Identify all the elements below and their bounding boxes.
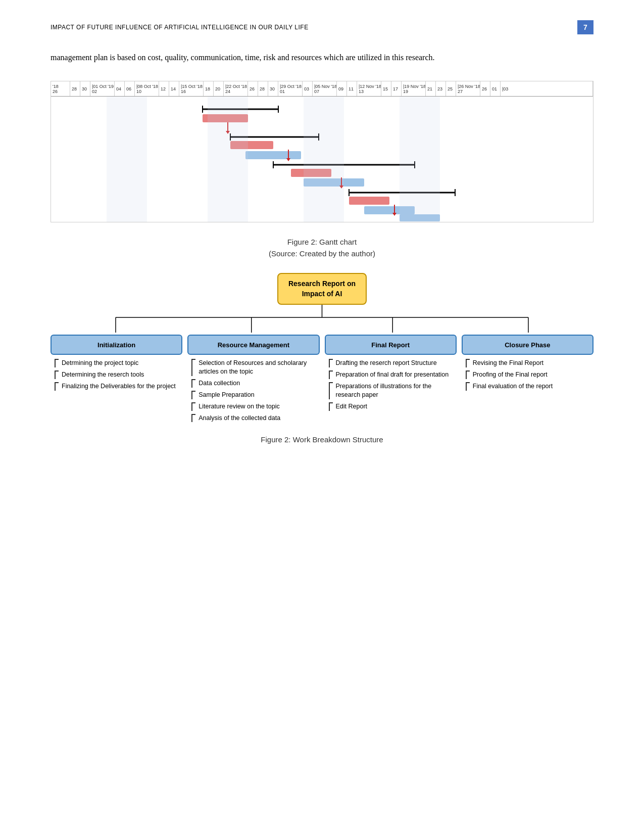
- wbs-col-initialization: Initialization Detrmining the project to…: [51, 335, 182, 394]
- gantt-col-3: 30: [80, 81, 90, 96]
- figure1-source: (Source: Created by the author): [51, 249, 593, 258]
- gantt-col-21: 11: [347, 81, 357, 96]
- wbs-header-resource: Resource Management: [187, 335, 319, 355]
- page: IMPACT OF FUTURE INFLUENCE OF ARTIFICIAL…: [0, 0, 644, 834]
- wbs-item-res-2: Data collection: [191, 379, 319, 388]
- gantt-col-26: 21: [426, 81, 436, 96]
- gantt-col-28: 25: [446, 81, 456, 96]
- gantt-band-4: [400, 97, 440, 222]
- gantt-col-30: 26: [480, 81, 490, 96]
- page-number: 7: [577, 20, 593, 34]
- gantt-col-18: 03: [303, 81, 313, 96]
- gantt-col-5: 04: [115, 81, 125, 96]
- gantt-col-25: |19 Nov '1819: [402, 81, 426, 96]
- svg-rect-10: [245, 151, 301, 159]
- wbs-item-res-5: Analysis of the collected data: [191, 414, 319, 423]
- wbs-items-initialization: Detrmining the project topic Determining…: [51, 359, 182, 394]
- wbs-items-final: Drafting the reserch report Structure Pr…: [325, 359, 457, 413]
- wbs-connector-svg: [51, 305, 593, 333]
- wbs-item-init-3: Finalizing the Deliverables for the proj…: [55, 382, 182, 391]
- gantt-col-24: 17: [391, 81, 402, 96]
- figure2-caption: Figure 2: Work Breakdown Structure: [51, 435, 593, 444]
- header-title: IMPACT OF FUTURE INFLUENCE OF ARTIFICIAL…: [51, 24, 309, 31]
- wbs-item-init-1: Detrmining the project topic: [55, 359, 182, 367]
- wbs-items-closure: Revising the Final Report Proofing of th…: [462, 359, 593, 394]
- wbs-root: Research Report on Impact of AI: [51, 273, 593, 305]
- wbs-col-final: Final Report Drafting the reserch report…: [325, 335, 457, 413]
- wbs-item-clo-3: Final evaluation of the report: [466, 382, 593, 391]
- wbs-diagram: Research Report on Impact of AI Initiali…: [51, 273, 593, 425]
- gantt-col-16: 30: [268, 81, 278, 96]
- gantt-col-6: 06: [125, 81, 135, 96]
- gantt-col-12: 20: [214, 81, 224, 96]
- gantt-header: '1826 28 30 |01 Oct '1902 04 06 |08 Oct …: [51, 81, 593, 97]
- gantt-col-19: |05 Nov '1807: [313, 81, 337, 96]
- wbs-item-clo-2: Proofing of the Final report: [466, 370, 593, 379]
- wbs-item-fin-3: Preparations of illustrations for the re…: [329, 382, 457, 399]
- gantt-chart: '1826 28 30 |01 Oct '1902 04 06 |08 Oct …: [51, 81, 593, 222]
- gantt-col-1: '1826: [51, 81, 70, 96]
- gantt-col-23: 15: [381, 81, 391, 96]
- wbs-header-initialization: Initialization: [51, 335, 182, 355]
- gantt-col-9: 14: [169, 81, 179, 96]
- wbs-root-line1: Research Report on: [288, 280, 356, 288]
- wbs-col-resource: Resource Management Selection of Resourc…: [187, 335, 319, 425]
- body-text: management plan is based on cost, qualit…: [51, 50, 593, 66]
- gantt-band-3: [304, 97, 344, 222]
- gantt-col-15: 28: [258, 81, 268, 96]
- gantt-col-32: |03: [501, 81, 593, 96]
- gantt-col-22: |12 Nov '1813: [357, 81, 381, 96]
- gantt-col-17: |29 Oct '1801: [278, 81, 303, 96]
- wbs-header-final: Final Report: [325, 335, 457, 355]
- wbs-item-clo-1: Revising the Final Report: [466, 359, 593, 367]
- wbs-header-closure: Closure Phase: [462, 335, 593, 355]
- figure1-caption: Figure 2: Gantt chart: [51, 238, 593, 246]
- wbs-item-res-4: Literature review on the topic: [191, 402, 319, 411]
- page-header: IMPACT OF FUTURE INFLUENCE OF ARTIFICIAL…: [51, 20, 593, 34]
- wbs-item-res-1: Selection of Resources and scholarary ar…: [191, 359, 319, 376]
- gantt-col-2: 28: [70, 81, 80, 96]
- gantt-col-13: |22 Oct '1824: [224, 81, 248, 96]
- gantt-col-27: 23: [436, 81, 446, 96]
- gantt-col-4: |01 Oct '1902: [90, 81, 115, 96]
- wbs-root-box: Research Report on Impact of AI: [277, 273, 367, 305]
- gantt-col-10: |15 Oct '1816: [179, 81, 204, 96]
- gantt-col-20: 09: [337, 81, 347, 96]
- gantt-band-1: [107, 97, 147, 222]
- svg-marker-12: [286, 158, 290, 161]
- gantt-col-7: |08 Oct '1810: [135, 81, 159, 96]
- gantt-body: [51, 97, 593, 222]
- wbs-item-res-3: Sample Preparation: [191, 391, 319, 399]
- wbs-item-fin-2: Preparation of final draft for presentat…: [329, 370, 457, 379]
- gantt-col-29: |26 Nov '1827: [456, 81, 480, 96]
- wbs-item-init-2: Determining the reserch tools: [55, 370, 182, 379]
- wbs-item-fin-4: Edit Report: [329, 402, 457, 411]
- wbs-root-line2: Impact of AI: [302, 290, 342, 298]
- gantt-col-11: 18: [204, 81, 214, 96]
- gantt-band-2: [208, 97, 248, 222]
- gantt-col-31: 01: [490, 81, 501, 96]
- gantt-col-8: 12: [159, 81, 169, 96]
- gantt-col-14: 26: [248, 81, 258, 96]
- svg-rect-23: [349, 197, 389, 205]
- wbs-children: Initialization Detrmining the project to…: [51, 335, 593, 425]
- wbs-item-fin-1: Drafting the reserch report Structure: [329, 359, 457, 367]
- wbs-items-resource: Selection of Resources and scholarary ar…: [187, 359, 319, 425]
- wbs-col-closure: Closure Phase Revising the Final Report …: [462, 335, 593, 394]
